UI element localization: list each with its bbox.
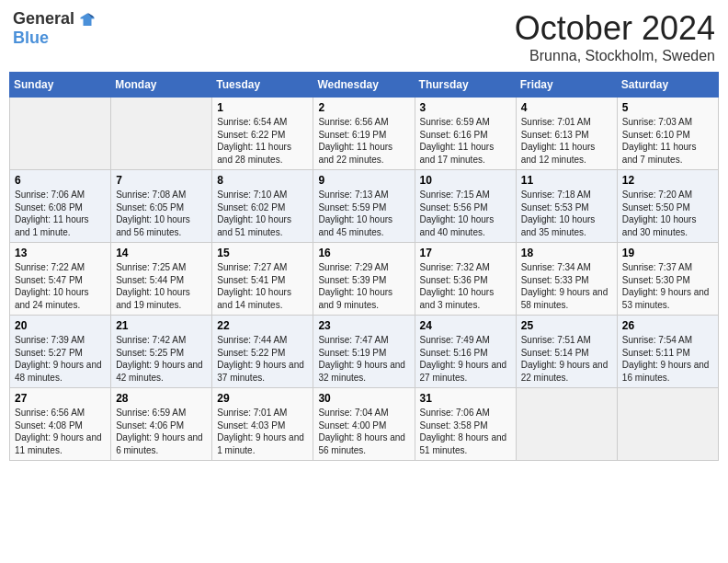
day-info: Sunrise: 7:10 AMSunset: 6:02 PMDaylight:… (217, 189, 308, 238)
day-info: Sunrise: 7:34 AMSunset: 5:33 PMDaylight:… (521, 261, 612, 311)
day-info: Sunrise: 6:59 AMSunset: 4:06 PMDaylight:… (116, 407, 207, 456)
calendar-cell: 10Sunrise: 7:15 AMSunset: 5:56 PMDayligh… (415, 170, 516, 243)
day-info: Sunrise: 7:01 AMSunset: 4:03 PMDaylight:… (217, 407, 308, 456)
day-info: Sunrise: 7:42 AMSunset: 5:25 PMDaylight:… (116, 334, 207, 384)
logo: General Blue (13, 9, 96, 48)
calendar-cell: 11Sunrise: 7:18 AMSunset: 5:53 PMDayligh… (516, 170, 617, 243)
calendar-cell: 19Sunrise: 7:37 AMSunset: 5:30 PMDayligh… (617, 243, 718, 316)
calendar-week-row: 1Sunrise: 6:54 AMSunset: 6:22 PMDaylight… (10, 98, 719, 170)
calendar-cell: 21Sunrise: 7:42 AMSunset: 5:25 PMDayligh… (111, 316, 212, 388)
day-number: 26 (622, 319, 713, 332)
day-info: Sunrise: 7:08 AMSunset: 6:05 PMDaylight:… (116, 189, 207, 238)
day-number: 18 (521, 247, 612, 259)
calendar-cell: 7Sunrise: 7:08 AMSunset: 6:05 PMDaylight… (111, 170, 212, 243)
day-info: Sunrise: 7:22 AMSunset: 5:47 PMDaylight:… (15, 261, 106, 311)
calendar-cell: 12Sunrise: 7:20 AMSunset: 5:50 PMDayligh… (617, 170, 718, 243)
day-number: 29 (217, 392, 308, 405)
day-number: 24 (420, 319, 511, 332)
calendar-cell: 2Sunrise: 6:56 AMSunset: 6:19 PMDaylight… (313, 98, 415, 170)
weekday-header-wednesday: Wednesday (313, 73, 415, 98)
day-number: 16 (318, 247, 409, 259)
day-number: 2 (318, 101, 409, 114)
day-info: Sunrise: 6:56 AMSunset: 6:19 PMDaylight:… (318, 116, 409, 166)
day-info: Sunrise: 6:54 AMSunset: 6:22 PMDaylight:… (217, 116, 308, 166)
calendar-cell: 16Sunrise: 7:29 AMSunset: 5:39 PMDayligh… (313, 243, 415, 316)
day-number: 23 (318, 319, 409, 332)
day-number: 22 (217, 319, 308, 332)
weekday-header-thursday: Thursday (415, 73, 516, 98)
day-number: 9 (318, 174, 409, 187)
day-number: 11 (521, 174, 612, 187)
day-info: Sunrise: 7:29 AMSunset: 5:39 PMDaylight:… (318, 261, 409, 311)
calendar-cell: 6Sunrise: 7:06 AMSunset: 6:08 PMDaylight… (10, 170, 111, 243)
day-info: Sunrise: 7:06 AMSunset: 6:08 PMDaylight:… (15, 189, 106, 238)
weekday-header-saturday: Saturday (617, 73, 718, 98)
calendar-cell: 15Sunrise: 7:27 AMSunset: 5:41 PMDayligh… (212, 243, 313, 316)
calendar-cell (617, 388, 718, 461)
day-info: Sunrise: 7:47 AMSunset: 5:19 PMDaylight:… (318, 334, 409, 384)
day-info: Sunrise: 7:49 AMSunset: 5:16 PMDaylight:… (420, 334, 511, 384)
calendar-cell: 26Sunrise: 7:54 AMSunset: 5:11 PMDayligh… (617, 316, 718, 388)
day-number: 30 (318, 392, 409, 405)
calendar-cell: 20Sunrise: 7:39 AMSunset: 5:27 PMDayligh… (10, 316, 111, 388)
day-info: Sunrise: 7:25 AMSunset: 5:44 PMDaylight:… (116, 261, 207, 311)
logo-general: General (13, 9, 74, 28)
calendar-cell: 13Sunrise: 7:22 AMSunset: 5:47 PMDayligh… (10, 243, 111, 316)
day-number: 25 (521, 319, 612, 332)
day-number: 27 (15, 392, 106, 405)
day-number: 28 (116, 392, 207, 405)
weekday-header-tuesday: Tuesday (212, 73, 313, 98)
day-info: Sunrise: 7:01 AMSunset: 6:13 PMDaylight:… (521, 116, 612, 166)
page-header: General Blue October 2024 Brunna, Stockh… (9, 9, 719, 64)
calendar-cell: 5Sunrise: 7:03 AMSunset: 6:10 PMDaylight… (617, 98, 718, 170)
calendar-cell: 25Sunrise: 7:51 AMSunset: 5:14 PMDayligh… (516, 316, 617, 388)
day-info: Sunrise: 7:06 AMSunset: 3:58 PMDaylight:… (420, 407, 511, 456)
day-number: 7 (116, 174, 207, 187)
day-info: Sunrise: 7:20 AMSunset: 5:50 PMDaylight:… (622, 189, 713, 238)
calendar-table: SundayMondayTuesdayWednesdayThursdayFrid… (9, 72, 719, 461)
day-number: 1 (217, 101, 308, 114)
calendar-cell: 28Sunrise: 6:59 AMSunset: 4:06 PMDayligh… (111, 388, 212, 461)
calendar-cell: 18Sunrise: 7:34 AMSunset: 5:33 PMDayligh… (516, 243, 617, 316)
day-number: 4 (521, 101, 612, 114)
day-info: Sunrise: 6:56 AMSunset: 4:08 PMDaylight:… (15, 407, 106, 456)
logo-icon (79, 12, 96, 29)
day-number: 12 (622, 174, 713, 187)
weekday-header-row: SundayMondayTuesdayWednesdayThursdayFrid… (10, 73, 719, 98)
calendar-cell: 23Sunrise: 7:47 AMSunset: 5:19 PMDayligh… (313, 316, 415, 388)
day-number: 3 (420, 101, 511, 114)
day-number: 31 (420, 392, 511, 405)
logo-blue: Blue (13, 29, 49, 47)
day-info: Sunrise: 7:18 AMSunset: 5:53 PMDaylight:… (521, 189, 612, 238)
month-title: October 2024 (515, 9, 715, 48)
day-number: 19 (622, 247, 713, 259)
calendar-cell (516, 388, 617, 461)
location-subtitle: Brunna, Stockholm, Sweden (515, 48, 715, 64)
calendar-week-row: 6Sunrise: 7:06 AMSunset: 6:08 PMDaylight… (10, 170, 719, 243)
calendar-cell: 1Sunrise: 6:54 AMSunset: 6:22 PMDaylight… (212, 98, 313, 170)
day-number: 13 (15, 247, 106, 259)
day-info: Sunrise: 6:59 AMSunset: 6:16 PMDaylight:… (420, 116, 511, 166)
day-number: 15 (217, 247, 308, 259)
day-number: 10 (420, 174, 511, 187)
calendar-cell: 4Sunrise: 7:01 AMSunset: 6:13 PMDaylight… (516, 98, 617, 170)
calendar-week-row: 20Sunrise: 7:39 AMSunset: 5:27 PMDayligh… (10, 316, 719, 388)
calendar-cell (10, 98, 111, 170)
day-number: 14 (116, 247, 207, 259)
calendar-cell: 8Sunrise: 7:10 AMSunset: 6:02 PMDaylight… (212, 170, 313, 243)
weekday-header-monday: Monday (111, 73, 212, 98)
calendar-cell: 31Sunrise: 7:06 AMSunset: 3:58 PMDayligh… (415, 388, 516, 461)
day-info: Sunrise: 7:51 AMSunset: 5:14 PMDaylight:… (521, 334, 612, 384)
calendar-cell: 27Sunrise: 6:56 AMSunset: 4:08 PMDayligh… (10, 388, 111, 461)
weekday-header-sunday: Sunday (10, 73, 111, 98)
calendar-cell: 9Sunrise: 7:13 AMSunset: 5:59 PMDaylight… (313, 170, 415, 243)
calendar-cell: 22Sunrise: 7:44 AMSunset: 5:22 PMDayligh… (212, 316, 313, 388)
calendar-cell: 24Sunrise: 7:49 AMSunset: 5:16 PMDayligh… (415, 316, 516, 388)
day-info: Sunrise: 7:27 AMSunset: 5:41 PMDaylight:… (217, 261, 308, 311)
day-info: Sunrise: 7:39 AMSunset: 5:27 PMDaylight:… (15, 334, 106, 384)
calendar-cell: 29Sunrise: 7:01 AMSunset: 4:03 PMDayligh… (212, 388, 313, 461)
day-number: 8 (217, 174, 308, 187)
title-block: October 2024 Brunna, Stockholm, Sweden (515, 9, 715, 64)
calendar-week-row: 13Sunrise: 7:22 AMSunset: 5:47 PMDayligh… (10, 243, 719, 316)
day-info: Sunrise: 7:44 AMSunset: 5:22 PMDaylight:… (217, 334, 308, 384)
